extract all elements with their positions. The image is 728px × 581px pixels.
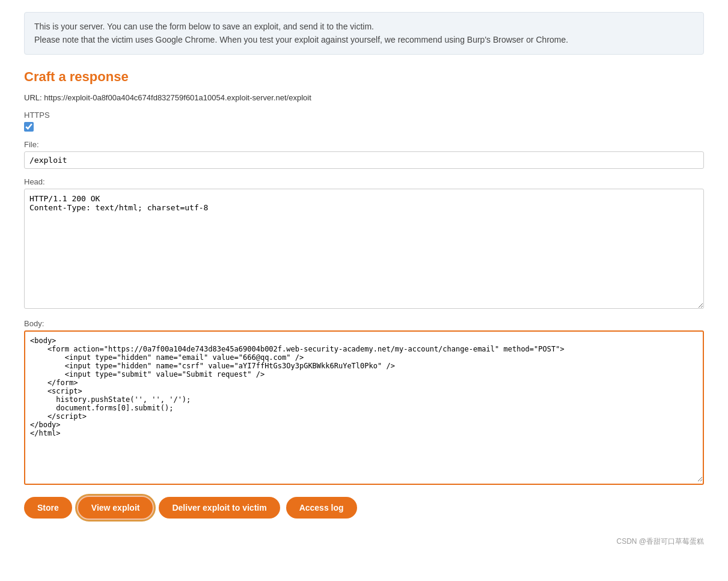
url-line: URL: https://exploit-0a8f00a404c674fd832…	[24, 93, 704, 102]
body-textarea-wrapper: <body> <form action="https://0a7f00a104d…	[24, 330, 704, 485]
head-label: Head:	[24, 177, 704, 186]
watermark: CSDN @香甜可口草莓蛋糕	[24, 537, 704, 547]
https-checkbox[interactable]	[24, 122, 34, 132]
view-exploit-button[interactable]: View exploit	[78, 497, 153, 519]
url-value: https://exploit-0a8f00a404c674fd832759f6…	[44, 93, 311, 102]
head-textarea[interactable]: HTTP/1.1 200 OK Content-Type: text/html;…	[24, 189, 704, 309]
section-title: Craft a response	[24, 69, 704, 85]
body-textarea[interactable]: <body> <form action="https://0a7f00a104d…	[25, 332, 703, 482]
info-line2: Please note that the victim uses Google …	[34, 33, 694, 46]
file-input[interactable]	[24, 151, 704, 169]
https-checkbox-row	[24, 122, 704, 132]
page-wrapper: This is your server. You can use the for…	[0, 0, 728, 571]
info-box: This is your server. You can use the for…	[24, 12, 704, 55]
https-label: HTTPS	[24, 111, 704, 120]
file-label: File:	[24, 140, 704, 149]
https-group: HTTPS	[24, 111, 704, 132]
deliver-button[interactable]: Deliver exploit to victim	[159, 497, 280, 519]
file-group: File:	[24, 140, 704, 169]
buttons-row: Store View exploit Deliver exploit to vi…	[24, 497, 704, 519]
body-label: Body:	[24, 319, 704, 328]
url-label: URL:	[24, 93, 42, 102]
store-button[interactable]: Store	[24, 497, 72, 519]
head-group: Head: HTTP/1.1 200 OK Content-Type: text…	[24, 177, 704, 311]
info-line1: This is your server. You can use the for…	[34, 20, 694, 33]
body-group: Body: <body> <form action="https://0a7f0…	[24, 319, 704, 485]
access-log-button[interactable]: Access log	[286, 497, 357, 519]
